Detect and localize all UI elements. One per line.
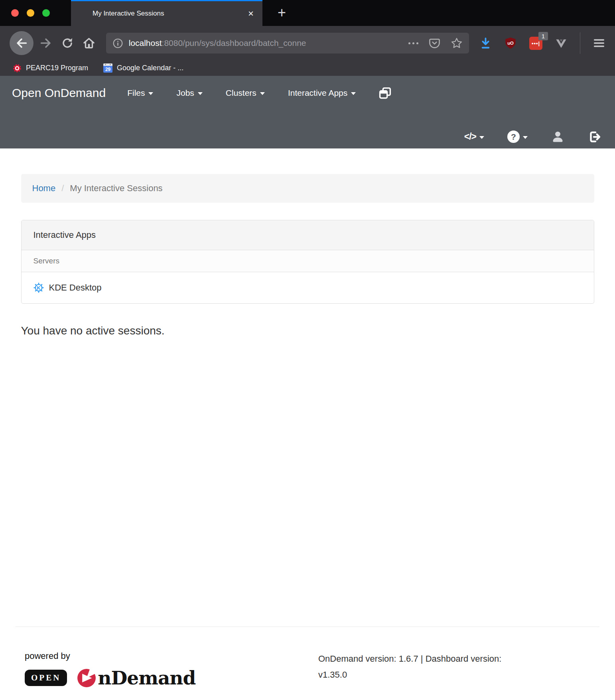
navbar-secondary-row: </> ? — [464, 130, 601, 144]
back-button[interactable] — [10, 31, 34, 55]
reload-icon — [61, 37, 74, 49]
nav-menu-interactive-apps[interactable]: Interactive Apps — [288, 88, 356, 98]
help-menu[interactable]: ? — [507, 131, 528, 143]
site-info-icon[interactable] — [112, 38, 123, 49]
bookmark-pearc19[interactable]: PEARC19 Program — [13, 64, 88, 73]
powered-by-text: powered by — [25, 651, 318, 661]
home-button[interactable] — [80, 34, 98, 52]
url-host: localhost — [129, 38, 162, 47]
code-icon: </> — [464, 131, 476, 142]
kde-logo-icon: K — [34, 283, 44, 293]
panel-section-servers: Servers — [22, 250, 594, 272]
chevron-down-icon — [148, 92, 153, 95]
bookmark-star-icon[interactable] — [451, 37, 463, 49]
ondemand-wordmark: nDemand — [76, 667, 195, 689]
chevron-down-icon — [479, 136, 484, 139]
no-active-sessions-message: You have no active sessions. — [21, 324, 594, 337]
pearc19-gear-icon — [13, 64, 22, 73]
page-action-buttons — [408, 37, 463, 49]
develop-menu[interactable]: </> — [464, 131, 484, 142]
ublock-origin-icon[interactable]: uO — [504, 37, 517, 49]
ondemand-o-icon — [76, 667, 97, 689]
nav-menu-files[interactable]: Files — [127, 88, 153, 98]
browser-tab[interactable]: My Interactive Sessions × — [71, 0, 262, 26]
pocket-icon[interactable] — [429, 38, 440, 49]
page-footer: powered by OPEN nDemand OnDemand version… — [0, 627, 615, 700]
page-actions-icon[interactable] — [408, 42, 418, 44]
tab-title: My Interactive Sessions — [93, 10, 248, 18]
vimium-icon[interactable] — [555, 37, 568, 49]
open-ondemand-logo[interactable]: OPEN nDemand — [25, 667, 318, 689]
app-link-kde-desktop[interactable]: K KDE Desktop — [22, 272, 594, 303]
chevron-down-icon — [351, 92, 356, 95]
extension-badge: 1 — [538, 32, 548, 40]
forward-arrow-icon — [39, 36, 53, 50]
toolbar-separator — [580, 32, 580, 54]
home-icon — [82, 36, 96, 50]
google-calendar-icon: 29 — [103, 63, 112, 73]
breadcrumb-current: My Interactive Sessions — [70, 183, 162, 194]
navbar-brand[interactable]: Open OnDemand — [12, 86, 106, 100]
minimize-window-button[interactable] — [27, 9, 34, 17]
downloads-icon[interactable] — [479, 37, 492, 49]
browser-toolbar: localhost:8080/pun/sys/dashboard/batch_c… — [0, 26, 615, 60]
zoom-window-button[interactable] — [42, 9, 50, 17]
page-content: Home / My Interactive Sessions Interacti… — [21, 174, 594, 337]
bookmark-label: PEARC19 Program — [26, 64, 88, 72]
nav-menu-clusters[interactable]: Clusters — [226, 88, 265, 98]
breadcrumb: Home / My Interactive Sessions — [21, 174, 594, 203]
ondemand-wordmark-text: nDemand — [98, 667, 195, 689]
interactive-apps-panel: Interactive Apps Servers — [21, 220, 594, 304]
user-profile-icon[interactable] — [551, 130, 565, 144]
my-sessions-windows-icon[interactable] — [379, 87, 391, 99]
close-window-button[interactable] — [11, 9, 19, 17]
reload-button[interactable] — [58, 34, 77, 52]
window-title-bar: My Interactive Sessions × + — [0, 0, 615, 26]
nav-menu-jobs[interactable]: Jobs — [176, 88, 202, 98]
url-bar[interactable]: localhost:8080/pun/sys/dashboard/batch_c… — [106, 33, 469, 53]
svg-text:uO: uO — [507, 41, 514, 45]
password-manager-extension[interactable]: •••| 1 — [529, 37, 542, 50]
help-icon: ? — [507, 131, 520, 143]
back-arrow-icon — [15, 36, 28, 50]
breadcrumb-home-link[interactable]: Home — [32, 183, 56, 194]
tab-close-icon[interactable]: × — [248, 9, 254, 18]
bookmarks-bar: PEARC19 Program 29 Google Calendar - ... — [0, 60, 615, 76]
url-path: :8080/pun/sys/dashboard/batch_conne — [162, 38, 306, 47]
breadcrumb-separator: / — [61, 183, 64, 194]
chevron-down-icon — [260, 92, 265, 95]
window-controls — [0, 0, 59, 26]
bookmark-google-calendar[interactable]: 29 Google Calendar - ... — [103, 63, 183, 73]
app-label: KDE Desktop — [49, 283, 102, 293]
svg-text:K: K — [37, 285, 41, 291]
bookmark-label: Google Calendar - ... — [117, 64, 183, 72]
hamburger-menu-icon[interactable] — [593, 37, 605, 49]
address-text[interactable]: localhost:8080/pun/sys/dashboard/batch_c… — [129, 38, 405, 48]
open-badge: OPEN — [25, 670, 67, 686]
chevron-down-icon — [523, 136, 528, 139]
version-text: OnDemand version: 1.6.7 | Dashboard vers… — [318, 651, 520, 689]
toolbar-extensions: uO •••| 1 — [479, 32, 605, 54]
logout-icon[interactable] — [588, 130, 601, 144]
panel-title: Interactive Apps — [22, 220, 594, 250]
powered-by-block: powered by OPEN nDemand — [25, 651, 318, 689]
forward-button[interactable] — [37, 34, 55, 52]
navbar-primary-row: Open OnDemand Files Jobs Clusters Intera… — [12, 76, 603, 100]
chevron-down-icon — [198, 92, 203, 95]
ondemand-navbar: Open OnDemand Files Jobs Clusters Intera… — [0, 76, 615, 148]
url-fade-overlay — [361, 38, 405, 48]
new-tab-button[interactable]: + — [278, 7, 286, 19]
